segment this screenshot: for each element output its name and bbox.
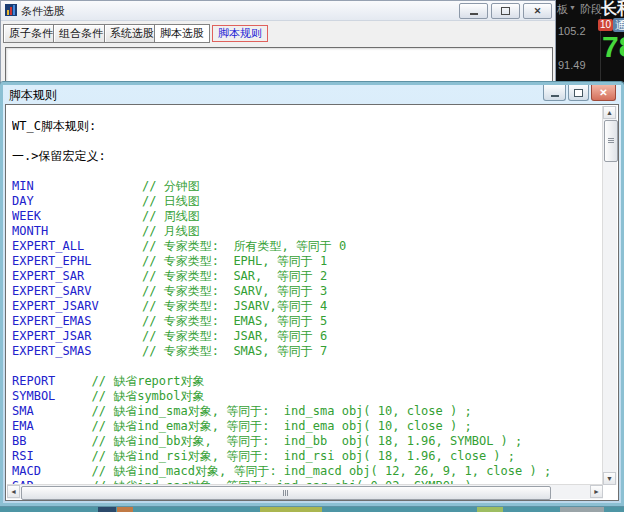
script-line: WEEK // 周线图 xyxy=(12,209,602,224)
minimize-icon xyxy=(470,13,478,15)
scroll-right-icon: ► xyxy=(593,488,600,495)
script-line: MONTH // 月线图 xyxy=(12,224,602,239)
script-rules-content: WT_C脚本规则: 一.>保留宏定义: MIN // 分钟图DAY // 日线图… xyxy=(5,104,619,501)
script-line: DAY // 日线图 xyxy=(12,194,602,209)
stock-name: 长和 xyxy=(601,0,624,20)
script-line: MIN // 分钟图 xyxy=(12,179,602,194)
vertical-scrollbar[interactable]: ▲ ▼ xyxy=(602,106,617,485)
window2-titlebar[interactable]: 脚本规则 ✕ xyxy=(3,85,621,104)
vertical-scroll-thumb[interactable] xyxy=(604,120,618,162)
script-line: WT_C脚本规则: xyxy=(12,119,602,134)
scroll-down-button[interactable]: ▼ xyxy=(603,472,616,485)
script-line: EXPERT_SAR // 专家类型: SAR, 等同于 2 xyxy=(12,269,602,284)
quote-value-top: 105.2 xyxy=(558,25,586,37)
script-line xyxy=(12,359,602,374)
script-line: SMA // 缺省ind_sma对象, 等同于: ind_sma obj( 10… xyxy=(12,404,602,419)
window-script-rules: 脚本规则 ✕ WT_C脚本规则: 一.>保留宏定义: MIN // 分钟图DAY… xyxy=(0,82,624,506)
close-icon: ✕ xyxy=(534,7,542,16)
tab-4[interactable]: 脚本选股 xyxy=(154,24,210,43)
taskbar-item xyxy=(98,506,116,512)
script-line: REPORT // 缺省report对象 xyxy=(12,374,602,389)
script-rules-button[interactable]: 脚本规则 xyxy=(212,25,268,42)
scroll-up-icon: ▲ xyxy=(606,109,613,116)
maximize-button[interactable] xyxy=(491,3,520,19)
script-line: EXPERT_JSARV // 专家类型: JSARV,等同于 4 xyxy=(12,299,602,314)
close-icon: ✕ xyxy=(599,88,607,98)
minimize-button[interactable] xyxy=(543,85,566,101)
script-line: RSI // 缺省ind_rsi对象, 等同于: ind_rsi obj( 18… xyxy=(12,449,602,464)
window2-title: 脚本规则 xyxy=(9,87,57,104)
screen: 板 ▼ 阶段 长和 105.2 10 通 78 91.49 条件选股 ✕ xyxy=(0,0,624,512)
script-line: SYMBOL // 缺省symbol对象 xyxy=(12,389,602,404)
scroll-left-button[interactable]: ◄ xyxy=(7,485,20,498)
horizontal-scroll-thumb[interactable] xyxy=(21,486,551,500)
minimize-button[interactable] xyxy=(459,3,488,19)
stage-label: 阶段 xyxy=(580,2,602,17)
stock-price: 78 xyxy=(602,30,624,64)
scroll-right-button[interactable]: ► xyxy=(590,485,603,498)
script-line: MACD // 缺省ind_macd对象, 等同于: ind_macd obj(… xyxy=(12,464,602,479)
scroll-left-icon: ◄ xyxy=(10,488,17,495)
script-line xyxy=(12,134,602,149)
script-line: EXPERT_SARV // 专家类型: SARV, 等同于 3 xyxy=(12,284,602,299)
script-line: EXPERT_JSAR // 专家类型: JSAR, 等同于 6 xyxy=(12,329,602,344)
window1-titlebar[interactable]: 条件选股 ✕ xyxy=(1,1,555,21)
stock-app-header: 板 ▼ 阶段 长和 xyxy=(556,1,624,16)
tab-3[interactable]: 系统选股 xyxy=(104,24,160,43)
close-button[interactable]: ✕ xyxy=(591,85,616,101)
close-button[interactable]: ✕ xyxy=(523,3,552,19)
maximize-icon xyxy=(574,89,583,97)
script-text: WT_C脚本规则: 一.>保留宏定义: MIN // 分钟图DAY // 日线图… xyxy=(12,119,602,485)
minimize-icon xyxy=(551,95,559,97)
thumb-grip xyxy=(283,490,289,496)
app-icon xyxy=(5,4,17,16)
tab-row: 脚本规则 原子条件组合条件系统选股脚本选股 xyxy=(1,24,555,45)
thumb-grip xyxy=(608,138,614,144)
tab-1[interactable]: 原子条件 xyxy=(3,24,59,43)
script-line: BB // 缺省ind_bb对象, 等同于: ind_bb obj( 18, 1… xyxy=(12,434,602,449)
taskbar-item xyxy=(260,506,322,512)
tab-2[interactable]: 组合条件 xyxy=(53,24,109,43)
taskbar-item xyxy=(560,506,604,512)
taskbar-item xyxy=(117,506,133,512)
maximize-button[interactable] xyxy=(568,85,589,101)
scroll-up-button[interactable]: ▲ xyxy=(603,106,616,119)
script-line xyxy=(12,164,602,179)
quote-value-bottom: 91.49 xyxy=(558,59,586,71)
script-line: EXPERT_ALL // 专家类型: 所有类型, 等同于 0 xyxy=(12,239,602,254)
taskbar-item xyxy=(477,506,503,512)
dropdown-arrow-icon[interactable]: ▼ xyxy=(569,4,576,11)
category-label: 板 xyxy=(557,2,568,17)
script-line: EXPERT_SMAS // 专家类型: SMAS, 等同于 7 xyxy=(12,344,602,359)
script-line: EXPERT_EMAS // 专家类型: EMAS, 等同于 5 xyxy=(12,314,602,329)
horizontal-scrollbar[interactable]: ◄ ► xyxy=(7,484,603,499)
maximize-icon xyxy=(501,7,510,15)
script-line: 一.>保留宏定义: xyxy=(12,149,602,164)
script-line: EMA // 缺省ind_ema对象, 等同于: ind_ema obj( 10… xyxy=(12,419,602,434)
scroll-down-icon: ▼ xyxy=(606,475,613,482)
window1-title: 条件选股 xyxy=(21,4,65,19)
script-line: EXPERT_EPHL // 专家类型: EPHL, 等同于 1 xyxy=(12,254,602,269)
